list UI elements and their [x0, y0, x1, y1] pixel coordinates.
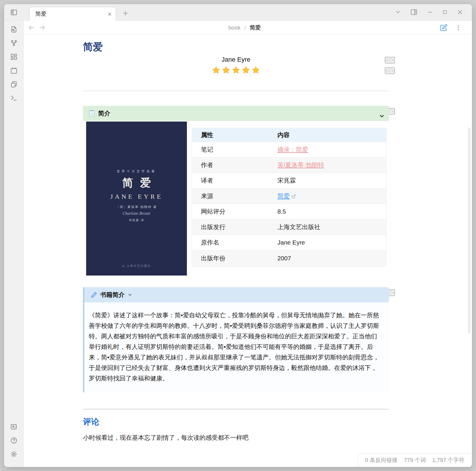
right-sidebar-toggle-icon[interactable]	[410, 8, 418, 16]
breadcrumb: book / 简爱	[63, 24, 426, 32]
search-file-icon[interactable]	[9, 24, 19, 34]
internal-link[interactable]: 摘录：简爱	[277, 146, 308, 153]
tab-strip: 简爱	[4, 4, 472, 21]
vault-switcher-icon[interactable]	[9, 422, 19, 432]
info-table: 属性 内容 笔记摘录：简爱作者英/夏洛蒂·勃朗特译者宋兆霖来源简爱网站评分8.5…	[192, 128, 386, 266]
row-value: 摘录：简爱	[269, 142, 386, 157]
cover-author: 〔英〕夏洛蒂·勃朗特 著	[116, 205, 157, 209]
notepad-icon	[88, 110, 95, 117]
settings-gear-icon[interactable]	[9, 449, 19, 459]
edit-mode-icon[interactable]	[440, 24, 447, 31]
main-pane: book / 简爱	[24, 21, 472, 467]
tab-close-icon[interactable]	[107, 12, 112, 17]
star-icon	[252, 66, 260, 74]
table-row: 译者宋兆霖	[192, 173, 386, 188]
breadcrumb-parent[interactable]: book	[228, 25, 240, 31]
cover-author-en: Charlotte Brontë	[123, 211, 150, 216]
editor: </> </> </> </> 简爱 Jane Eyre	[24, 35, 472, 467]
row-label: 笔记	[192, 142, 269, 157]
row-label: 出版发行	[192, 219, 269, 235]
word-count: 779 个词	[404, 456, 426, 464]
row-value: Jane Eyre	[269, 235, 386, 250]
cover-publisher: ◎ 上海文艺出版社	[86, 264, 187, 268]
chevron-down-icon[interactable]	[128, 292, 132, 297]
row-label: 作者	[192, 157, 269, 173]
breadcrumb-current[interactable]: 简爱	[250, 25, 261, 31]
scrollbar-thumb[interactable]	[468, 127, 470, 333]
tabstrip-left	[4, 4, 24, 20]
row-value: 简爱	[269, 188, 386, 204]
pencil-icon	[91, 292, 97, 298]
summary-callout-title: 书籍简介	[100, 291, 125, 299]
star-icon	[212, 66, 220, 74]
terminal-icon[interactable]	[9, 93, 19, 103]
rating-stars	[83, 66, 389, 75]
cover-title-en: JANE EYRE	[110, 193, 163, 200]
summary-callout-header[interactable]: 书籍简介	[84, 287, 389, 302]
char-count: 1,797 个字符	[432, 456, 464, 464]
table-row: 网站评分8.5	[192, 204, 386, 219]
forward-icon[interactable]	[39, 24, 46, 31]
table-row: 来源简爱	[192, 188, 386, 204]
intro-content: 世界十大文学名著 简爱 JANE EYRE 〔英〕夏洛蒂·勃朗特 著 Charl…	[83, 122, 389, 276]
row-label: 网站评分	[192, 204, 269, 219]
edit-block-icon[interactable]: </>	[385, 67, 395, 74]
chevron-down-icon[interactable]	[379, 113, 385, 119]
table-row: 出版发行上海文艺出版社	[192, 219, 386, 235]
star-icon	[222, 66, 230, 74]
star-icon	[232, 66, 240, 74]
row-label: 出版年份	[192, 250, 269, 266]
new-tab-icon[interactable]	[122, 10, 128, 16]
help-icon[interactable]	[9, 435, 19, 445]
tab-list-chevron-icon[interactable]	[395, 9, 401, 15]
ribbon	[4, 21, 24, 467]
back-icon[interactable]	[28, 24, 35, 31]
close-icon[interactable]	[457, 9, 463, 15]
divider	[83, 91, 389, 91]
summary-callout: 书籍简介 《简爱》讲述了这样一个故事：简•爱自幼父母双亡，投靠冷酷的舅母，但舅母…	[83, 287, 389, 392]
app-window: 简爱	[4, 4, 472, 467]
table-row: 笔记摘录：简爱	[192, 142, 386, 157]
minimize-icon[interactable]	[427, 9, 433, 15]
calendar-icon[interactable]	[9, 65, 19, 75]
graph-view-icon[interactable]	[9, 38, 19, 48]
star-icon	[242, 66, 250, 74]
table-row: 原作名Jane Eyre	[192, 235, 386, 250]
page-title: 简爱	[83, 41, 389, 53]
divider	[83, 409, 389, 410]
tab-jane-eyre[interactable]: 简爱	[29, 7, 116, 21]
intro-callout-title: 简介	[98, 109, 110, 117]
left-sidebar-toggle-icon[interactable]	[10, 9, 18, 16]
summary-text: 《简爱》讲述了这样一个故事：简•爱自幼父母双亡，投靠冷酷的舅母，但舅母无情地抛弃…	[89, 310, 383, 384]
canvas-icon[interactable]	[9, 52, 19, 62]
book-cover-image[interactable]: 世界十大文学名著 简爱 JANE EYRE 〔英〕夏洛蒂·勃朗特 著 Charl…	[86, 122, 187, 276]
table-header-attribute: 属性	[192, 128, 269, 142]
backlinks-count[interactable]: 0 条反向链接	[365, 456, 397, 464]
external-link-icon	[291, 194, 296, 199]
comment-text: 小时候看过，现在基本忘了剧情了，每次读的感受都不一样吧	[83, 433, 389, 442]
comments-heading: 评论	[83, 416, 389, 427]
maximize-icon[interactable]	[442, 9, 448, 15]
note-subtitle: Jane Eyre	[83, 55, 389, 64]
row-label: 原作名	[192, 235, 269, 250]
summary-callout-body: 《简爱》讲述了这样一个故事：简•爱自幼父母双亡，投靠冷酷的舅母，但舅母无情地抛弃…	[84, 302, 389, 392]
status-bar: 0 条反向链接 779 个词 1,797 个字符	[358, 453, 472, 467]
intro-callout-header[interactable]: 简介	[83, 106, 389, 121]
cover-series: 世界十大文学名著	[117, 169, 157, 174]
note-header: book / 简爱	[24, 21, 472, 35]
row-label: 译者	[192, 173, 269, 188]
breadcrumb-separator: /	[244, 25, 246, 31]
table-row: 作者英/夏洛蒂·勃朗特	[192, 157, 386, 173]
table-row: 出版年份2007	[192, 250, 386, 266]
row-value: 2007	[269, 250, 386, 266]
edit-block-icon[interactable]: </>	[385, 57, 395, 63]
more-options-icon[interactable]	[455, 25, 461, 31]
table-header-content: 内容	[269, 128, 386, 142]
external-link[interactable]: 简爱	[277, 193, 290, 199]
internal-link[interactable]: 英/夏洛蒂·勃朗特	[277, 162, 324, 168]
copy-files-icon[interactable]	[9, 79, 19, 89]
tab-title: 简爱	[35, 10, 107, 18]
cover-title-cn: 简爱	[115, 176, 158, 190]
row-value: 上海文艺出版社	[269, 219, 386, 235]
row-value: 8.5	[269, 204, 386, 219]
